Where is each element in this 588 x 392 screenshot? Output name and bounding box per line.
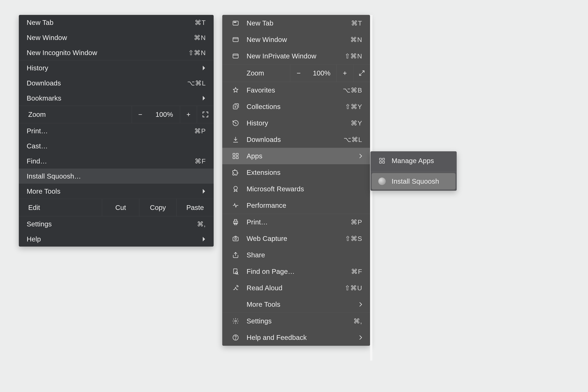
svg-point-3 (236, 22, 236, 22)
fullscreen-button[interactable] (197, 106, 214, 123)
menu-item-history[interactable]: History ⌘Y (222, 115, 370, 131)
edit-row: Edit Cut Copy Paste (19, 199, 214, 216)
menu-item-apps[interactable]: Apps (222, 148, 370, 164)
label: History (27, 64, 202, 72)
squoosh-icon (377, 178, 387, 185)
label: Find… (27, 157, 191, 165)
menu-item-new-tab[interactable]: New Tab ⌘T (19, 15, 214, 30)
window-icon (230, 52, 242, 60)
label: Find on Page… (246, 268, 347, 276)
zoom-out-button[interactable]: − (290, 64, 307, 82)
menu-item-new-window[interactable]: New Window ⌘N (19, 30, 214, 45)
shortcut: ⌘P (194, 127, 206, 135)
svg-rect-10 (236, 154, 238, 156)
label: New Tab (246, 19, 347, 27)
shortcut: ⌘, (197, 220, 206, 228)
zoom-in-button[interactable]: + (180, 106, 197, 123)
chevron-right-icon (359, 302, 362, 307)
label: Cast… (27, 142, 206, 150)
zoom-label: Zoom (222, 69, 264, 77)
label: Print… (27, 127, 190, 135)
history-icon (230, 120, 242, 126)
menu-item-rewards[interactable]: Microsoft Rewards (222, 181, 370, 197)
shortcut: ⇧⌘Y (345, 103, 362, 110)
menu-item-new-tab[interactable]: New Tab ⌘T (222, 15, 370, 31)
menu-item-share[interactable]: Share (222, 247, 370, 263)
menu-item-settings[interactable]: Settings ⌘, (222, 313, 370, 329)
share-icon (230, 252, 242, 258)
shortcut: ⇧⌘N (344, 52, 362, 60)
menu-item-history[interactable]: History (19, 60, 214, 76)
svg-point-13 (234, 186, 237, 190)
zoom-label: Zoom (19, 110, 46, 118)
svg-rect-25 (382, 158, 384, 160)
menu-item-help-feedback[interactable]: Help and Feedback (222, 329, 370, 346)
svg-rect-0 (233, 21, 238, 25)
menu-item-more-tools[interactable]: More Tools (19, 184, 214, 199)
menu-item-cast[interactable]: Cast… (19, 138, 214, 154)
edge-menu-container: New Tab ⌘T New Window ⌘N New InPrivate W… (222, 15, 372, 361)
svg-rect-26 (380, 161, 382, 163)
chevron-right-icon (202, 96, 206, 101)
menu-item-find[interactable]: Find… ⌘F (19, 154, 214, 168)
menu-item-manage-apps[interactable]: Manage Apps (370, 151, 457, 170)
performance-icon (230, 202, 242, 209)
find-icon (230, 268, 242, 275)
zoom-out-button[interactable]: − (132, 106, 148, 123)
chevron-right-icon (202, 66, 206, 70)
svg-rect-6 (233, 54, 238, 58)
cut-button[interactable]: Cut (102, 199, 139, 216)
label: History (246, 119, 347, 127)
menu-item-web-capture[interactable]: Web Capture ⇧⌘S (222, 230, 370, 247)
menu-item-new-window[interactable]: New Window ⌘N (222, 31, 370, 48)
menu-item-bookmarks[interactable]: Bookmarks (19, 90, 214, 106)
print-icon (230, 218, 242, 226)
zoom-value: 100% (307, 69, 336, 77)
fullscreen-button[interactable] (353, 64, 370, 82)
menu-item-downloads[interactable]: Downloads ⌥⌘L (222, 131, 370, 148)
menu-item-settings[interactable]: Settings ⌘, (19, 216, 214, 232)
menu-item-print[interactable]: Print… ⌘P (222, 214, 370, 230)
collections-icon (230, 103, 242, 110)
menu-item-install-squoosh[interactable]: Install Squoosh… (19, 168, 214, 184)
fullscreen-icon (202, 111, 209, 118)
rewards-icon (230, 186, 242, 192)
menu-item-collections[interactable]: Collections ⇧⌘Y (222, 98, 370, 115)
label: Install Squoosh… (27, 172, 206, 180)
menu-item-install-squoosh[interactable]: Install Squoosh (372, 173, 456, 190)
menu-item-help[interactable]: Help (19, 232, 214, 246)
shortcut: ⌘T (195, 18, 206, 26)
menu-item-performance[interactable]: Performance (222, 197, 370, 214)
paste-button[interactable]: Paste (176, 199, 214, 216)
apps-icon (377, 158, 387, 164)
label: Microsoft Rewards (246, 185, 362, 193)
chevron-right-icon (359, 154, 362, 158)
menu-item-new-incognito[interactable]: New Incognito Window ⇧⌘N (19, 45, 214, 60)
menu-item-favorites[interactable]: Favorites ⌥⌘B (222, 82, 370, 98)
svg-rect-15 (234, 220, 237, 221)
menu-item-new-inprivate[interactable]: New InPrivate Window ⇧⌘N (222, 48, 370, 64)
label: Web Capture (246, 234, 341, 242)
menu-item-extensions[interactable]: Extensions (222, 164, 370, 181)
label: Help (27, 235, 202, 243)
separator (370, 172, 457, 172)
menu-item-downloads[interactable]: Downloads ⌥⌘L (19, 76, 214, 90)
svg-rect-17 (233, 237, 238, 241)
copy-button[interactable]: Copy (139, 199, 176, 216)
menu-item-find-on-page[interactable]: Find on Page… ⌘F (222, 263, 370, 280)
zoom-value: 100% (148, 110, 180, 118)
label: New Incognito Window (27, 49, 184, 57)
svg-rect-16 (234, 223, 237, 225)
svg-point-18 (235, 238, 236, 240)
svg-point-1 (234, 22, 234, 22)
menu-item-print[interactable]: Print… ⌘P (19, 123, 214, 138)
svg-rect-24 (380, 158, 382, 160)
menu-item-read-aloud[interactable]: Read Aloud ⇧⌘U (222, 280, 370, 296)
chrome-menu: New Tab ⌘T New Window ⌘N New Incognito W… (19, 15, 214, 246)
new-tab-icon (230, 20, 242, 27)
shortcut: ⌘T (351, 19, 362, 27)
menu-item-more-tools[interactable]: More Tools (222, 296, 370, 312)
zoom-row: Zoom − 100% + (222, 64, 370, 82)
zoom-in-button[interactable]: + (336, 64, 353, 82)
svg-rect-11 (233, 156, 235, 159)
